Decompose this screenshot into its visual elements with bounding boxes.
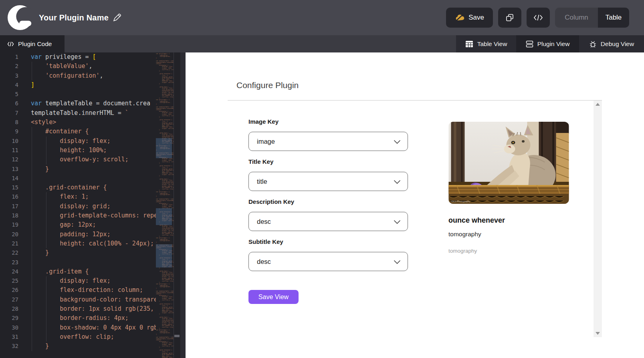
table-grid-icon xyxy=(465,40,473,48)
save-view-button[interactable]: Save View xyxy=(248,290,299,304)
config-scroll-area: Image KeyimageTitle KeytitleDescription … xyxy=(228,100,602,337)
panel-resize-sash[interactable] xyxy=(180,52,186,358)
line-number: 3 xyxy=(0,71,18,80)
tab-label: Plugin View xyxy=(537,40,570,48)
tab-table-view[interactable]: Table View xyxy=(456,35,516,52)
line-number: 28 xyxy=(0,304,18,314)
app-logo xyxy=(7,4,34,31)
plugin-builder-app: Your Plugin Name Save xyxy=(0,0,644,358)
preview-description: tomography xyxy=(448,248,569,254)
line-number: 16 xyxy=(0,192,18,201)
code-button[interactable] xyxy=(527,8,550,28)
cloud-off-icon xyxy=(455,14,464,22)
editor-minimap[interactable]: var privileges = [ 'tableValue', 'config… xyxy=(156,52,174,358)
configure-plugin-heading: Configure Plugin xyxy=(236,80,299,90)
line-number: 27 xyxy=(0,295,18,304)
selected-value: desc xyxy=(257,258,271,265)
line-number: 19 xyxy=(0,220,18,229)
tab-plugin-code[interactable]: Plugin Code xyxy=(0,35,65,52)
description-key-label: Description Key xyxy=(248,198,294,205)
line-number: 5 xyxy=(0,90,18,99)
save-button[interactable]: Save xyxy=(446,8,493,28)
code-icon xyxy=(7,41,14,47)
code-editor[interactable]: 1var privileges = [2 'tableValue',3 'con… xyxy=(0,52,186,358)
app-header: Your Plugin Name Save xyxy=(0,0,644,35)
subtitle-key-label: Subtitle Key xyxy=(248,238,283,245)
tab-label: Debug View xyxy=(601,40,634,48)
line-number: 8 xyxy=(0,118,18,127)
preview-card: DKII Photography ounce whenever tomograp… xyxy=(448,122,569,254)
line-number: 29 xyxy=(0,314,18,323)
title-key-label: Title Key xyxy=(248,158,273,165)
editor-scrollbar-thumb[interactable] xyxy=(174,335,180,337)
line-number: 6 xyxy=(0,99,18,108)
tab-debug-view[interactable]: Debug View xyxy=(579,35,644,52)
minimap-highlight xyxy=(156,138,172,158)
view-tabs: Table ViewPlugin ViewDebug View xyxy=(456,35,644,52)
selected-value: desc xyxy=(257,218,271,225)
preview-subtitle: tomography xyxy=(448,231,569,238)
line-number: 24 xyxy=(0,267,18,276)
header-actions: Save Column Table xyxy=(446,8,629,28)
plugin-view-panel: Configure Plugin Image KeyimageTitle Key… xyxy=(186,52,644,358)
stacked-panels-icon xyxy=(526,40,533,48)
chevron-down-icon xyxy=(394,260,400,264)
line-number: 2 xyxy=(0,62,18,71)
line-number: 26 xyxy=(0,286,18,295)
brand: Your Plugin Name xyxy=(7,4,121,31)
preview-image: DKII Photography xyxy=(448,122,569,204)
column-toggle-button[interactable]: Column xyxy=(555,8,598,28)
column-table-toggle: Column Table xyxy=(555,8,629,28)
line-number: 11 xyxy=(0,146,18,155)
save-button-label: Save xyxy=(468,14,484,22)
line-number: 31 xyxy=(0,332,18,342)
image-key-label: Image Key xyxy=(248,118,279,125)
chevron-down-icon xyxy=(394,220,400,224)
minimap-border xyxy=(174,52,174,358)
tab-label: Table View xyxy=(477,40,507,48)
line-number: 23 xyxy=(0,258,18,267)
selected-value: title xyxy=(257,178,267,185)
selected-value: image xyxy=(257,138,275,145)
line-number: 21 xyxy=(0,239,18,248)
secondary-bar: Plugin Code Table ViewPlugin ViewDebug V… xyxy=(0,35,644,52)
line-number: 12 xyxy=(0,155,18,164)
line-number: 30 xyxy=(0,323,18,332)
image-key-select[interactable]: image xyxy=(248,132,408,151)
line-number: 15 xyxy=(0,183,18,192)
line-number: 20 xyxy=(0,230,18,239)
subtitle-key-select[interactable]: desc xyxy=(248,252,408,271)
photo-watermark: DKII Photography xyxy=(452,200,470,203)
line-number: 32 xyxy=(0,342,18,351)
line-number: 22 xyxy=(0,248,18,257)
scroll-up-arrow[interactable] xyxy=(594,103,602,106)
title-key-select[interactable]: title xyxy=(248,172,408,191)
line-number: 9 xyxy=(0,127,18,136)
line-number: 13 xyxy=(0,165,18,174)
line-number: 7 xyxy=(0,109,18,118)
minimap-highlight xyxy=(156,244,172,267)
description-key-select[interactable]: desc xyxy=(248,212,408,231)
code-icon xyxy=(533,14,543,21)
plugin-name-title: Your Plugin Name xyxy=(39,13,109,22)
plugin-code-label: Plugin Code xyxy=(18,40,52,48)
copy-icon xyxy=(505,13,514,22)
chevron-down-icon xyxy=(394,140,400,144)
line-number: 14 xyxy=(0,174,18,183)
line-number: 17 xyxy=(0,202,18,211)
line-number: 10 xyxy=(0,137,18,146)
line-number: 25 xyxy=(0,276,18,286)
bug-icon xyxy=(589,40,597,48)
line-number: 18 xyxy=(0,211,18,220)
chevron-down-icon xyxy=(394,180,400,184)
line-number: 1 xyxy=(0,52,18,62)
tab-plugin-view[interactable]: Plugin View xyxy=(516,35,579,52)
scroll-down-arrow[interactable] xyxy=(594,332,602,335)
preview-title: ounce whenever xyxy=(448,216,569,225)
table-toggle-button[interactable]: Table xyxy=(598,8,629,28)
line-number: 4 xyxy=(0,80,18,90)
copy-button[interactable] xyxy=(498,8,521,28)
config-scrollbar[interactable] xyxy=(594,101,602,337)
edit-name-icon[interactable] xyxy=(113,13,121,22)
minimap-highlight xyxy=(156,208,172,225)
